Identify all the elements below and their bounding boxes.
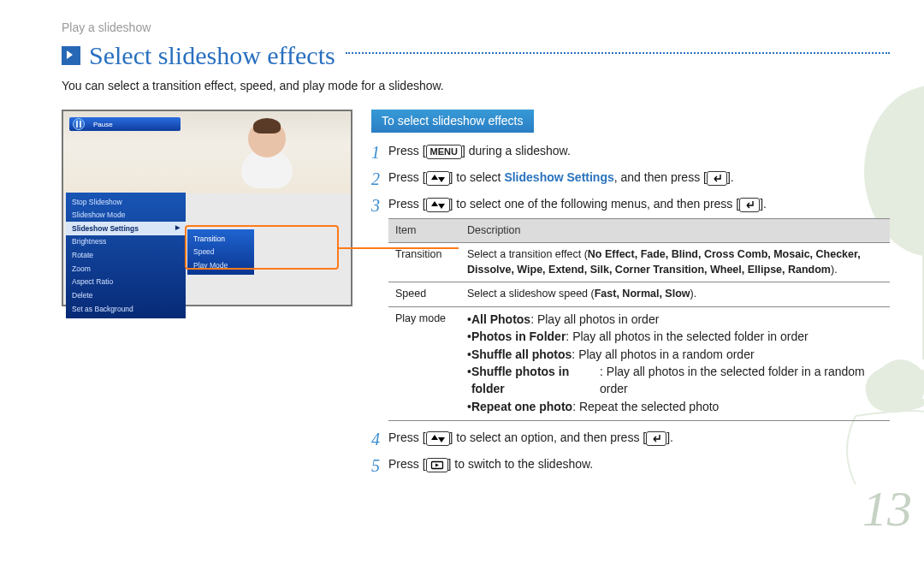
enter-key [646,431,666,446]
play-icon [62,46,80,65]
th-desc: Description [460,218,890,243]
step-3-text-3: . [763,197,767,211]
step-2-text-2: to select [453,170,504,184]
menu-item: Stop Slideshow [66,195,186,209]
menu-item: Slideshow Mode [66,209,186,223]
menu-item: Delete [66,288,186,302]
step-2-text: Press [388,170,423,184]
step-4-text-3: . [670,430,673,444]
breadcrumb: Play a slideshow [62,21,890,34]
subheading: To select slideshow effects [371,110,534,133]
menu-item: Rotate [66,249,186,263]
submenu-item: Speed [187,246,254,259]
svg-rect-4 [80,121,81,128]
step-1: 1 Press [MENU] during a slideshow. [371,143,890,161]
page-title: Select slideshow effects [89,41,335,70]
row-speed: Speed Select a slideshow speed (Fast, No… [388,282,890,307]
intro-text: You can select a transition effect, spee… [62,79,890,92]
cell-transition-desc: Select a transition effect (No Effect, F… [460,243,890,282]
page-number: 13 [862,480,912,537]
menu-item: Brightness [66,235,186,249]
enter-key [707,171,727,186]
device-screenshot: Pause Stop SlideshowSlideshow ModeSlides… [62,110,352,306]
heading-dots [346,52,890,54]
callout-line [339,247,459,249]
step-3-text-2: to select one of the following menus, an… [453,197,736,211]
step-4-text-2: to select an option, and then press [453,430,643,444]
step-2-text-3: , and then press [614,170,703,184]
step-3-text: Press [388,197,423,211]
updown-key [426,171,450,186]
svg-rect-3 [76,121,78,128]
heading-row: Select slideshow effects [62,41,890,70]
row-transition: Transition Select a transition effect (N… [388,243,890,282]
step-4-text: Press [388,430,423,444]
photo-thumbnail [219,116,310,190]
step-2: 2 Press [] to select Slideshow Settings,… [371,169,890,187]
submenu-item: Play Mode [187,258,254,272]
step-5: 5 Press [] to switch to the slideshow. [371,456,890,474]
main-menu: Stop SlideshowSlideshow ModeSlideshow Se… [66,193,186,318]
submenu: TransitionSpeedPlay Mode [187,229,254,275]
cell-playmode-desc: All Photos: Play all photos in order Pho… [460,306,890,421]
cell-playmode-label: Play mode [388,306,460,421]
cell-speed-desc: Select a slideshow speed (Fast, Normal, … [460,282,890,307]
step-5-text: Press [388,457,423,471]
slideshow-settings-label: Slideshow Settings [504,170,613,184]
row-playmode: Play mode All Photos: Play all photos in… [388,306,890,421]
step-1-text: Press [388,144,423,157]
pause-indicator: Pause [69,117,181,131]
menu-key: MENU [426,145,462,159]
menu-item: Slideshow Settings [66,222,186,235]
step-1-text-2: during a slideshow. [465,144,571,157]
pause-icon [73,118,85,130]
cell-speed-label: Speed [388,282,460,307]
updown-key [426,431,450,446]
step-5-text-2: to switch to the slideshow. [451,457,593,471]
th-item: Item [388,218,460,243]
menu-item: Set as Background [66,302,186,316]
submenu-item: Transition [187,232,254,246]
options-table: ItemDescription Transition Select a tran… [388,218,890,422]
pause-label: Pause [93,121,113,128]
updown-key [426,198,450,212]
menu-item: Zoom [66,262,186,276]
step-4: 4 Press [] to select an option, and then… [371,430,890,448]
step-3: 3 Press [] to select one of the followin… [371,196,890,421]
slideshow-key [426,458,448,472]
menu-item: Aspect Ratio [66,276,186,289]
step-2-text-4: . [731,170,734,184]
enter-key [739,198,760,212]
